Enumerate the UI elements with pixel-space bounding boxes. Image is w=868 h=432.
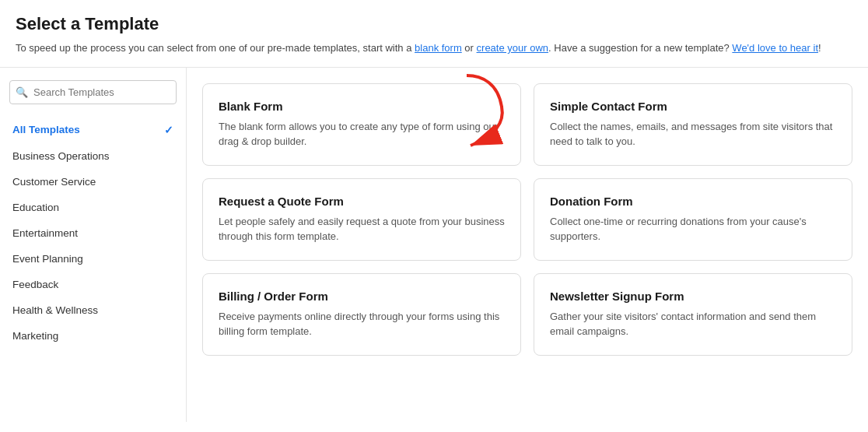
category-item-marketing[interactable]: Marketing — [0, 323, 186, 349]
template-card-simple-contact[interactable]: Simple Contact Form Collect the names, e… — [534, 83, 852, 166]
template-card-desc: Collect one-time or recurring donations … — [550, 214, 836, 244]
template-card-billing-order[interactable]: Billing / Order Form Receive payments on… — [202, 273, 521, 356]
template-card-donation[interactable]: Donation Form Collect one-time or recurr… — [534, 178, 852, 261]
template-card-desc: Gather your site visitors' contact infor… — [550, 309, 836, 339]
search-input[interactable] — [9, 80, 177, 104]
template-card-title: Simple Contact Form — [550, 100, 836, 113]
category-item-business-operations[interactable]: Business Operations — [0, 143, 186, 169]
create-own-link[interactable]: create your own — [477, 42, 549, 54]
sidebar: 🔍 All Templates ✓ Business Operations Cu… — [0, 68, 187, 422]
category-item-feedback[interactable]: Feedback — [0, 272, 186, 297]
main-layout: 🔍 All Templates ✓ Business Operations Cu… — [0, 68, 868, 422]
category-label: Business Operations — [12, 150, 110, 162]
category-item-event-planning[interactable]: Event Planning — [0, 246, 186, 272]
category-item-education[interactable]: Education — [0, 195, 186, 220]
template-card-title: Request a Quote Form — [219, 195, 505, 208]
category-label: Health & Wellness — [12, 304, 98, 316]
category-list: All Templates ✓ Business Operations Cust… — [0, 117, 186, 349]
category-item-customer-service[interactable]: Customer Service — [0, 169, 186, 195]
template-card-desc: Collect the names, emails, and messages … — [550, 119, 836, 149]
check-icon: ✓ — [164, 124, 173, 136]
category-item-health-wellness[interactable]: Health & Wellness — [0, 297, 186, 323]
category-label: Event Planning — [12, 253, 83, 265]
category-label: All Templates — [12, 124, 80, 135]
category-label: Customer Service — [12, 176, 96, 188]
page-header: Select a Template To speed up the proces… — [0, 0, 868, 68]
page-subtitle: To speed up the process you can select f… — [16, 40, 852, 56]
category-label: Education — [12, 202, 59, 213]
category-label: Marketing — [12, 330, 58, 342]
template-card-desc: Let people safely and easily request a q… — [219, 214, 505, 244]
template-card-newsletter-signup[interactable]: Newsletter Signup Form Gather your site … — [534, 273, 852, 356]
category-label: Feedback — [12, 279, 58, 290]
category-label: Entertainment — [12, 227, 78, 239]
template-card-title: Blank Form — [219, 100, 505, 113]
template-card-desc: Receive payments online directly through… — [219, 309, 505, 339]
category-item-all-templates[interactable]: All Templates ✓ — [0, 117, 186, 143]
template-card-desc: The blank form allows you to create any … — [219, 119, 505, 149]
search-box: 🔍 — [9, 80, 177, 104]
templates-grid: Blank Form The blank form allows you to … — [202, 83, 852, 356]
category-item-entertainment[interactable]: Entertainment — [0, 220, 186, 246]
template-card-blank-form[interactable]: Blank Form The blank form allows you to … — [202, 83, 521, 166]
blank-form-link[interactable]: blank form — [415, 42, 462, 54]
content-area: Blank Form The blank form allows you to … — [187, 68, 868, 422]
template-card-title: Newsletter Signup Form — [550, 290, 836, 303]
page-title: Select a Template — [16, 14, 852, 34]
template-card-request-quote[interactable]: Request a Quote Form Let people safely a… — [202, 178, 521, 261]
search-icon: 🔍 — [16, 86, 28, 98]
template-card-title: Donation Form — [550, 195, 836, 208]
suggestion-link[interactable]: We'd love to hear it — [732, 42, 818, 54]
template-card-title: Billing / Order Form — [219, 290, 505, 303]
